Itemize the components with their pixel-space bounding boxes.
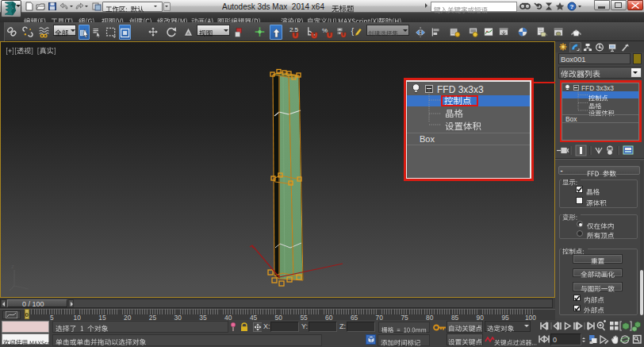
svg-text:?: ? (570, 3, 574, 10)
svg-text:z: z (11, 263, 14, 270)
svg-text:2.5: 2.5 (289, 26, 298, 33)
svg-text:{: { (351, 27, 354, 36)
